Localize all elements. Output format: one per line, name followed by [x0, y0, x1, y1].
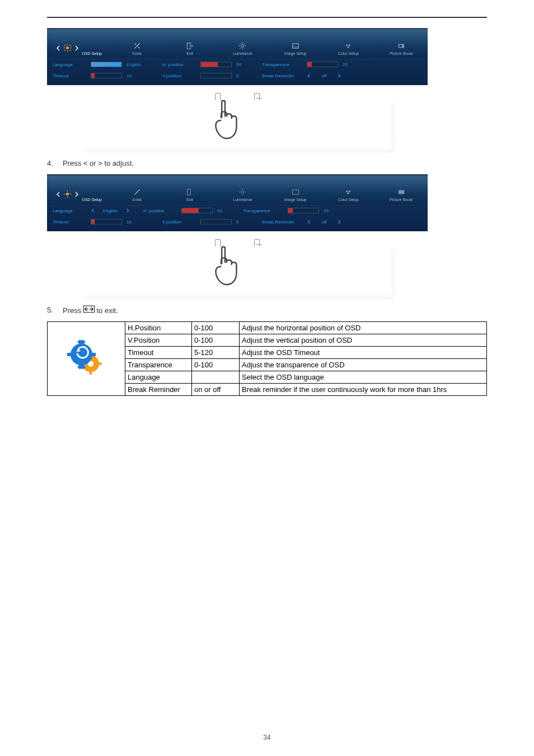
svg-rect-47 [97, 362, 102, 365]
arrow-right-icon[interactable] [125, 208, 130, 213]
slider[interactable] [91, 219, 122, 225]
param-label: Transparence [262, 62, 302, 67]
slider[interactable] [288, 208, 319, 213]
param-name: Language [125, 371, 192, 384]
param-label: Transparence [243, 208, 283, 213]
osd-row-2: Timeout 10 V.position 0 Break Reminder o… [47, 71, 428, 82]
slider[interactable] [91, 73, 122, 78]
tab-picture-boost[interactable]: Picture Boost [375, 42, 428, 59]
tab-label: Image Setup [284, 198, 307, 202]
svg-rect-30 [70, 194, 72, 194]
sun-icon [238, 188, 246, 196]
slider[interactable] [307, 62, 338, 67]
osd-row-1: Language English H. position 50 Transpar… [47, 59, 428, 71]
svg-rect-31 [187, 189, 190, 195]
svg-line-16 [240, 43, 241, 44]
slider[interactable] [200, 73, 232, 78]
gear-icon [63, 190, 72, 198]
param-value: 50 [217, 208, 229, 213]
svg-rect-29 [64, 194, 65, 194]
svg-rect-37 [293, 190, 299, 194]
step-4: 4. Press < or > to adjust. [47, 159, 487, 167]
svg-point-26 [66, 193, 69, 195]
param-desc: Break reminder if the user continuously … [240, 384, 487, 396]
tab-exit[interactable]: Exit [163, 188, 216, 205]
svg-rect-8 [70, 50, 72, 52]
hand-icon [208, 245, 242, 291]
param-name: Timeout [125, 347, 192, 359]
arrow-left-icon[interactable] [307, 220, 311, 224]
tab-label: OSD Setup [82, 52, 101, 55]
svg-rect-54 [67, 353, 72, 356]
svg-rect-1 [67, 44, 68, 46]
tab-extra[interactable]: Extra [110, 42, 163, 59]
tab-label: Picture Boost [390, 52, 413, 55]
page-number: 34 [263, 734, 270, 741]
svg-point-9 [67, 47, 69, 49]
tab-label: Picture Boost [390, 198, 413, 202]
tab-color-setup[interactable]: Color Setup [322, 42, 374, 59]
svg-line-18 [240, 48, 241, 49]
param-range [192, 371, 240, 384]
param-desc: Select the OSD language [240, 371, 487, 384]
tab-picture-boost[interactable]: Picture Boost [375, 188, 428, 205]
arrow-right-icon[interactable] [337, 73, 341, 78]
arrow-left-icon[interactable] [307, 73, 311, 78]
tab-label: Extra [132, 52, 141, 55]
tab-color-setup[interactable]: Color Setup [322, 188, 374, 205]
param-value: off [316, 220, 332, 225]
svg-line-19 [244, 43, 245, 44]
exit-icon [186, 42, 194, 50]
tab-luminance[interactable]: Luminance [216, 188, 269, 205]
param-value: 10 [127, 73, 149, 78]
svg-point-40 [348, 193, 350, 195]
svg-point-22 [349, 44, 351, 46]
slider[interactable] [181, 208, 213, 213]
svg-rect-27 [67, 190, 68, 192]
svg-line-17 [244, 48, 245, 49]
osd-panel-2: OSD Setup Extra Exit Luminance Image Set… [47, 174, 428, 298]
arrow-right-icon[interactable] [337, 220, 341, 224]
gear-icon [63, 44, 72, 52]
param-name: Transparence [125, 359, 192, 371]
tab-osd-setup[interactable]: OSD Setup [47, 190, 110, 205]
svg-rect-2 [67, 50, 68, 52]
slider[interactable] [200, 219, 232, 225]
tab-extra[interactable]: Extra [110, 188, 163, 205]
param-value: English [127, 62, 149, 67]
tab-osd-setup[interactable]: OSD Setup [47, 44, 110, 59]
step-number: 4. [47, 159, 55, 167]
table-row: H.Position 0-100 Adjust the horizontal p… [48, 322, 487, 334]
touch-illustration: — [47, 231, 428, 298]
tab-image-setup[interactable]: Image Setup [269, 188, 322, 205]
param-value: English [100, 208, 121, 213]
tab-exit[interactable]: Exit [163, 42, 216, 59]
exit-icon [186, 188, 194, 196]
tab-label: Luminance [233, 198, 252, 202]
tab-label: OSD Setup [82, 198, 101, 202]
param-value: 25 [324, 208, 336, 213]
svg-rect-7 [64, 50, 66, 52]
osd-row-2: Timeout 10 V.position 0 Break Reminder o… [47, 217, 428, 228]
osd-panel-1: OSD Setup Extra Exit Luminance Image Set… [47, 28, 428, 152]
arrow-left-icon[interactable] [91, 208, 95, 213]
param-desc: Adjust the transparence of OSD [240, 359, 487, 371]
param-label: V.position [162, 220, 196, 225]
param-name: Break Reminder [125, 384, 192, 396]
param-value: off [316, 73, 332, 78]
param-name: V.Position [125, 334, 192, 347]
image-icon [292, 42, 299, 50]
osd-tabs: OSD Setup Extra Exit Luminance Image Set… [47, 176, 428, 205]
param-label: Language [53, 62, 86, 67]
tab-image-setup[interactable]: Image Setup [269, 42, 322, 59]
tab-luminance[interactable]: Luminance [216, 42, 269, 59]
param-label: Break Reminder [262, 220, 302, 225]
touch-illustration: — [47, 85, 428, 152]
param-value: 50 [236, 62, 249, 67]
sun-icon [238, 42, 246, 50]
slider[interactable] [200, 62, 232, 67]
tab-label: Color Setup [338, 198, 359, 202]
svg-rect-41 [398, 190, 404, 194]
slider[interactable] [91, 62, 122, 67]
image-icon [292, 188, 299, 196]
